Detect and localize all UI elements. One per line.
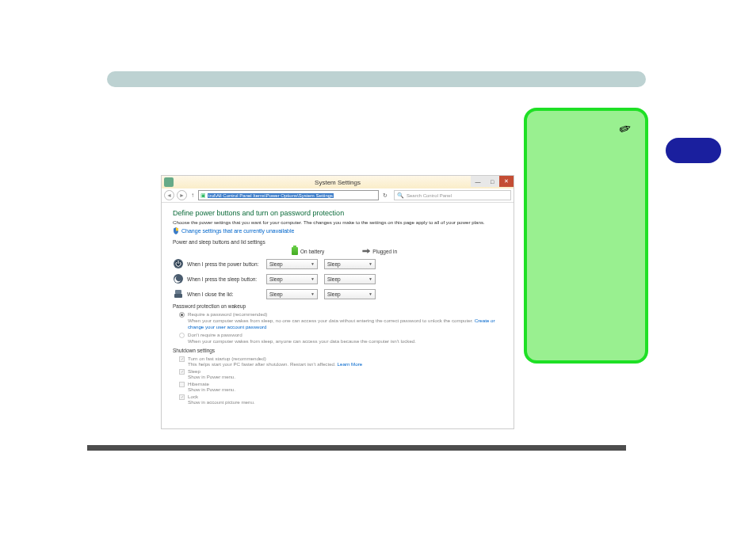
sleep-check[interactable]: ✓ Sleep Show in Power menu. xyxy=(179,368,502,380)
shutdown-section-label: Shutdown settings xyxy=(173,348,502,353)
shield-icon xyxy=(173,227,179,234)
learn-more-link[interactable]: Learn More xyxy=(338,361,363,367)
note-box: ✏ xyxy=(524,108,648,364)
sleep-button-row: When I press the sleep button: Sleep▼ Sl… xyxy=(173,273,502,284)
no-password-radio[interactable]: Don't require a password When your compu… xyxy=(179,332,502,345)
lid-plugged-select[interactable]: Sleep▼ xyxy=(324,289,376,299)
search-icon: 🔍 xyxy=(397,192,404,199)
maximize-button[interactable]: □ xyxy=(485,176,499,187)
battery-label: On battery xyxy=(300,249,324,254)
fast-startup-desc: This helps start your PC faster after sh… xyxy=(188,361,362,367)
titlebar: System Settings — □ ✕ xyxy=(162,176,514,188)
battery-column: On battery xyxy=(292,247,324,255)
plugged-label: Plugged in xyxy=(372,249,397,254)
chevron-down-icon: ▼ xyxy=(368,276,372,281)
minimize-button[interactable]: — xyxy=(471,176,485,187)
hibernate-check[interactable]: Hibernate Show in Power menu. xyxy=(179,381,502,393)
bottom-shadow xyxy=(87,445,626,451)
svg-rect-3 xyxy=(174,294,182,298)
pen-icon: ✏ xyxy=(617,119,634,139)
control-panel-crumb-icon: ▣ xyxy=(200,192,206,199)
power-button-row: When I press the power button: Sleep▼ Sl… xyxy=(173,258,502,269)
system-settings-window: System Settings — □ ✕ ◄ ► ↑ ▣ trol\All C… xyxy=(161,175,514,429)
hibernate-label: Hibernate xyxy=(188,381,235,386)
power-button-icon xyxy=(173,258,184,269)
radio-icon xyxy=(179,312,185,318)
checkbox-icon: ✓ xyxy=(179,369,185,375)
buttons-section-label: Power and sleep buttons and lid settings xyxy=(173,239,502,245)
top-bar xyxy=(107,71,646,87)
sleep-desc: Show in Power menu. xyxy=(188,374,235,380)
lock-label: Lock xyxy=(188,394,255,399)
checkbox-icon: ✓ xyxy=(179,394,185,400)
toolbar: ◄ ► ↑ ▣ trol\All Control Panel Items\Pow… xyxy=(162,188,514,203)
forward-button[interactable]: ► xyxy=(177,190,187,200)
chevron-down-icon: ▼ xyxy=(311,261,315,266)
back-button[interactable]: ◄ xyxy=(164,190,174,200)
sleep-button-plugged-select[interactable]: Sleep▼ xyxy=(324,274,376,284)
checkbox-icon xyxy=(179,382,185,387)
power-button-plugged-select[interactable]: Sleep▼ xyxy=(324,259,376,269)
no-password-label: Don't require a password xyxy=(188,332,416,337)
search-placeholder: Search Control Panel xyxy=(407,193,452,198)
close-button[interactable]: ✕ xyxy=(499,176,514,187)
window-title: System Settings xyxy=(315,179,361,186)
svg-rect-4 xyxy=(175,290,181,294)
sleep-label: Sleep xyxy=(188,368,235,374)
no-password-desc: When your computer wakes from sleep, any… xyxy=(188,338,416,345)
sleep-button-label: When I press the sleep button: xyxy=(187,276,266,282)
lock-check[interactable]: ✓ Lock Show in account picture menu. xyxy=(179,394,502,405)
plug-icon xyxy=(362,249,370,253)
search-input[interactable]: 🔍 Search Control Panel xyxy=(394,190,511,200)
lid-icon xyxy=(173,288,184,299)
require-password-desc: When your computer wakes from sleep, no … xyxy=(188,318,502,330)
content-area: Define power buttons and turn on passwor… xyxy=(162,203,514,428)
power-button-battery-select[interactable]: Sleep▼ xyxy=(266,259,318,269)
sleep-button-icon xyxy=(173,273,184,284)
page-description: Choose the power settings that you want … xyxy=(173,219,502,226)
addressbar[interactable]: ▣ trol\All Control Panel Items\Power Opt… xyxy=(198,190,379,200)
checkbox-icon: ✓ xyxy=(179,356,185,362)
chevron-down-icon: ▼ xyxy=(311,291,315,296)
address-path: trol\All Control Panel Items\Power Optio… xyxy=(208,193,334,198)
chevron-down-icon: ▼ xyxy=(368,261,372,266)
lid-battery-select[interactable]: Sleep▼ xyxy=(266,289,318,299)
fast-startup-label: Turn on fast startup (recommended) xyxy=(188,356,362,361)
lid-row: When I close the lid: Sleep▼ Sleep▼ xyxy=(173,288,502,299)
blue-pill xyxy=(666,138,721,163)
change-settings-text: Change settings that are currently unava… xyxy=(181,228,294,234)
chevron-down-icon: ▼ xyxy=(311,276,315,281)
change-settings-link[interactable]: Change settings that are currently unava… xyxy=(173,227,502,234)
require-password-label: Require a password (recommended) xyxy=(188,311,502,317)
power-button-label: When I press the power button: xyxy=(187,261,266,267)
chevron-down-icon: ▼ xyxy=(368,291,372,296)
refresh-button[interactable]: ↻ xyxy=(381,192,389,199)
lock-desc: Show in account picture menu. xyxy=(188,399,255,405)
window-controls: — □ ✕ xyxy=(471,176,514,188)
column-headers: On battery Plugged in xyxy=(292,247,502,255)
radio-icon xyxy=(179,333,185,338)
battery-icon xyxy=(292,247,298,255)
password-section-label: Password protection on wakeup xyxy=(173,303,502,309)
hibernate-desc: Show in Power menu. xyxy=(188,386,235,393)
require-password-radio[interactable]: Require a password (recommended) When yo… xyxy=(179,311,502,330)
up-button[interactable]: ↑ xyxy=(189,192,196,199)
page-heading: Define power buttons and turn on passwor… xyxy=(173,209,502,217)
sleep-button-battery-select[interactable]: Sleep▼ xyxy=(266,274,318,284)
plugged-column: Plugged in xyxy=(362,247,397,255)
lid-label: When I close the lid: xyxy=(187,291,266,297)
control-panel-icon xyxy=(164,177,174,187)
fast-startup-check[interactable]: ✓ Turn on fast startup (recommended) Thi… xyxy=(179,356,502,367)
